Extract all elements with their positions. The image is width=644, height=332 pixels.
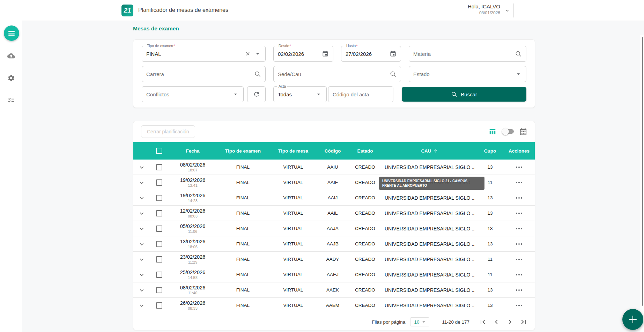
column-header-cau[interactable]: CAU — [383, 148, 477, 154]
acta-select[interactable]: Acta Todas — [273, 86, 327, 102]
table-row[interactable]: 12/02/202608:03 FINAL VIRTUAL AAIL CREAD… — [133, 206, 535, 221]
exam-date: 23/02/2026 — [180, 254, 206, 260]
table-row[interactable]: 08/02/202611:40 FINAL VIRTUAL AAEK CREAD… — [133, 282, 535, 298]
main-content: Mesas de examen Tipo de examen* FINAL De… — [22, 21, 644, 332]
table-row[interactable]: 19/02/202614:23 FINAL VIRTUAL AAIJ CREAD… — [133, 190, 535, 206]
last-page-button[interactable] — [519, 318, 528, 326]
row-checkbox[interactable] — [156, 164, 162, 170]
column-header-tipo-de-mesa[interactable]: Tipo de mesa — [269, 148, 318, 154]
cau-name: UNIVERSIDAD EMPRESARIAL SIGLO ... — [385, 287, 475, 293]
row-actions-button[interactable] — [518, 213, 520, 214]
row-actions-button[interactable] — [518, 305, 520, 306]
calendar-icon[interactable] — [390, 50, 397, 57]
settings-gear-icon[interactable] — [7, 74, 15, 82]
menu-button[interactable] — [4, 25, 19, 41]
cupo-value: 13 — [477, 287, 503, 293]
row-checkbox[interactable] — [156, 195, 162, 201]
expand-row-icon[interactable] — [138, 225, 146, 233]
expand-row-icon[interactable] — [138, 271, 146, 279]
table-row[interactable]: 13/02/202618:06 FINAL VIRTUAL AAJB CREAD… — [133, 236, 535, 252]
table-row[interactable]: 05/02/202611:06 FINAL VIRTUAL AAJA CREAD… — [133, 221, 535, 236]
row-checkbox[interactable] — [156, 256, 162, 263]
row-actions-button[interactable] — [518, 289, 520, 291]
exam-time: 14:58 — [180, 275, 206, 280]
add-button[interactable] — [622, 309, 643, 330]
select-all-checkbox[interactable] — [156, 148, 162, 154]
expand-row-icon[interactable] — [138, 163, 146, 171]
clear-icon[interactable] — [244, 50, 251, 57]
user-menu[interactable]: Hola, ICALVO 08/01/2026 — [468, 3, 500, 16]
estado-select[interactable]: Estado — [409, 66, 526, 82]
next-page-button[interactable] — [506, 318, 514, 326]
carrera-search-field[interactable]: Carrera — [142, 66, 266, 82]
dropdown-arrow-icon[interactable] — [232, 91, 239, 98]
materia-search-field[interactable]: Materia — [409, 46, 526, 62]
row-checkbox[interactable] — [156, 179, 162, 186]
row-actions-button[interactable] — [518, 167, 520, 168]
exam-type: FINAL — [217, 257, 269, 262]
exam-status: CREADO — [348, 226, 383, 231]
row-checkbox[interactable] — [156, 241, 162, 247]
row-checkbox[interactable] — [156, 272, 162, 278]
rows-per-page-select[interactable]: 10 — [410, 317, 429, 326]
dropdown-arrow-icon[interactable] — [254, 50, 261, 57]
view-toggle[interactable] — [502, 128, 515, 135]
row-actions-button[interactable] — [518, 243, 520, 245]
row-actions-button[interactable] — [518, 228, 520, 229]
scrollbar-thumb[interactable] — [642, 37, 643, 306]
expand-row-icon[interactable] — [138, 256, 146, 263]
row-actions-button[interactable] — [518, 274, 520, 275]
expand-row-icon[interactable] — [138, 194, 146, 202]
scrollbar-track[interactable] — [640, 35, 644, 332]
row-actions-button[interactable] — [518, 259, 520, 260]
exam-date: 05/02/2026 — [180, 223, 206, 229]
buscar-button[interactable]: Buscar — [402, 87, 526, 102]
expand-row-icon[interactable] — [138, 302, 146, 309]
expand-row-icon[interactable] — [138, 240, 146, 248]
table-row[interactable]: 25/02/202614:58 FINAL VIRTUAL AAEJ CREAD… — [133, 267, 535, 282]
table-row[interactable]: 23/02/202611:29 FINAL VIRTUAL AADY CREAD… — [133, 252, 535, 267]
sort-ascending-icon — [433, 148, 438, 154]
pagination-range: 11-20 de 177 — [442, 319, 469, 325]
calendar-view-icon[interactable] — [519, 128, 527, 135]
column-header-estado[interactable]: Estado — [348, 148, 383, 154]
refresh-button[interactable] — [247, 86, 266, 102]
exam-date: 19/02/2026 — [180, 193, 206, 199]
mesa-type: VIRTUAL — [269, 180, 318, 185]
table-row[interactable]: 26/02/202608:33 FINAL VIRTUAL AAEM CREAD… — [133, 298, 535, 313]
row-checkbox[interactable] — [156, 287, 162, 293]
exam-status: CREADO — [348, 303, 383, 308]
conflictos-select[interactable]: Conflictos — [142, 86, 244, 102]
dropdown-arrow-icon[interactable] — [515, 71, 522, 78]
logo-text: 21 — [124, 7, 131, 14]
row-actions-button[interactable] — [518, 182, 520, 183]
tipo-de-examen-select[interactable]: Tipo de examen* FINAL — [142, 46, 266, 62]
cau-name: UNIVERSIDAD EMPRESARIAL SIGLO ... — [385, 164, 475, 170]
exam-status: CREADO — [348, 241, 383, 246]
row-checkbox[interactable] — [156, 210, 162, 216]
calendar-icon[interactable] — [322, 50, 329, 57]
checklist-icon[interactable] — [7, 96, 15, 104]
chevron-down-icon[interactable] — [504, 7, 511, 14]
cerrar-planificacion-button[interactable]: Cerrar planificación — [141, 125, 195, 138]
row-actions-button[interactable] — [518, 197, 520, 199]
expand-row-icon[interactable] — [138, 179, 146, 186]
expand-row-icon[interactable] — [138, 286, 146, 294]
dropdown-arrow-icon[interactable] — [315, 91, 322, 98]
row-checkbox[interactable] — [156, 226, 162, 232]
column-header-tipo-de-examen[interactable]: Tipo de examen — [217, 148, 269, 154]
cloud-upload-icon[interactable] — [7, 52, 15, 60]
table-view-icon[interactable] — [489, 128, 496, 135]
column-header-cupo[interactable]: Cupo — [477, 148, 503, 154]
expand-row-icon[interactable] — [138, 209, 146, 217]
first-page-button[interactable] — [479, 318, 487, 326]
table-row[interactable]: 08/02/202618:07 FINAL VIRTUAL AAIU CREAD… — [133, 160, 535, 175]
column-header-fecha[interactable]: Fecha — [168, 148, 217, 154]
sede-cau-search-field[interactable]: Sede/Cau — [273, 66, 401, 82]
desde-date-field[interactable]: Desde* 02/02/2026 — [273, 46, 333, 62]
column-header-codigo[interactable]: Código — [318, 148, 348, 154]
codigo-del-acta-field[interactable]: Código del acta — [328, 86, 393, 102]
previous-page-button[interactable] — [492, 318, 501, 326]
row-checkbox[interactable] — [156, 302, 162, 309]
hasta-date-field[interactable]: Hasta* 27/02/2026 — [341, 46, 401, 62]
